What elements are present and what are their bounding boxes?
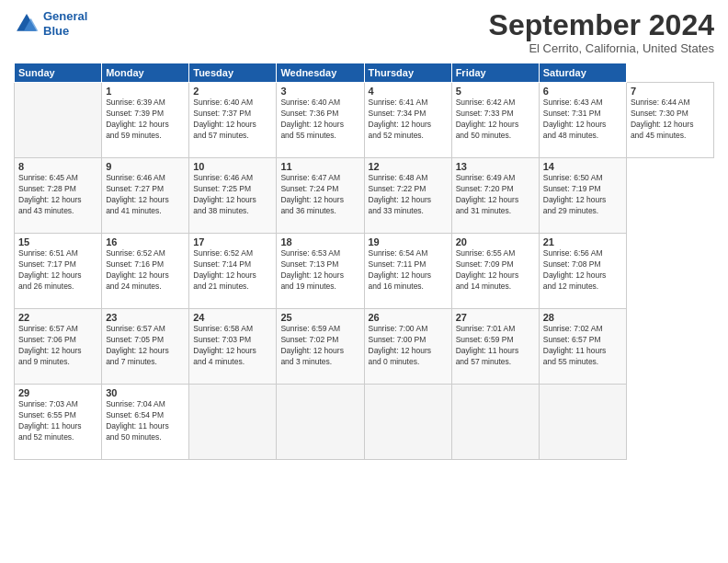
calendar-day-cell: 18Sunrise: 6:53 AM Sunset: 7:13 PM Dayli…	[277, 234, 364, 309]
day-number: 28	[543, 312, 622, 323]
day-info: Sunrise: 6:51 AM Sunset: 7:17 PM Dayligh…	[18, 248, 97, 293]
day-info: Sunrise: 6:42 AM Sunset: 7:33 PM Dayligh…	[456, 98, 535, 142]
calendar-day-cell: 25Sunrise: 6:59 AM Sunset: 7:02 PM Dayli…	[277, 309, 364, 385]
day-number: 20	[456, 236, 535, 247]
calendar-day-cell: 17Sunrise: 6:52 AM Sunset: 7:14 PM Dayli…	[189, 234, 277, 309]
day-number: 10	[193, 161, 272, 172]
calendar-day-cell: 22Sunrise: 6:57 AM Sunset: 7:06 PM Dayli…	[15, 309, 102, 385]
calendar-week-row: 8Sunrise: 6:45 AM Sunset: 7:28 PM Daylig…	[15, 158, 714, 234]
day-number: 23	[106, 312, 185, 323]
calendar-day-cell: 2Sunrise: 6:40 AM Sunset: 7:37 PM Daylig…	[189, 83, 277, 158]
calendar-week-row: 15Sunrise: 6:51 AM Sunset: 7:17 PM Dayli…	[15, 234, 714, 309]
calendar-header-saturday: Saturday	[539, 63, 626, 83]
logo-line1: General	[43, 9, 87, 23]
calendar-header-row: SundayMondayTuesdayWednesdayThursdayFrid…	[15, 63, 714, 83]
day-number: 7	[631, 86, 710, 97]
day-info: Sunrise: 6:52 AM Sunset: 7:14 PM Dayligh…	[193, 248, 272, 293]
day-number: 30	[106, 387, 185, 398]
day-info: Sunrise: 6:55 AM Sunset: 7:09 PM Dayligh…	[456, 248, 535, 293]
day-number: 25	[280, 312, 359, 323]
calendar-week-row: 22Sunrise: 6:57 AM Sunset: 7:06 PM Dayli…	[15, 309, 714, 385]
calendar-header-sunday: Sunday	[15, 63, 102, 83]
day-info: Sunrise: 6:40 AM Sunset: 7:37 PM Dayligh…	[193, 98, 272, 142]
calendar-day-cell: 21Sunrise: 6:56 AM Sunset: 7:08 PM Dayli…	[539, 234, 626, 309]
day-info: Sunrise: 6:46 AM Sunset: 7:25 PM Dayligh…	[193, 173, 272, 217]
day-info: Sunrise: 6:48 AM Sunset: 7:22 PM Dayligh…	[369, 173, 448, 217]
calendar-empty-cell	[15, 83, 102, 158]
day-info: Sunrise: 7:04 AM Sunset: 6:54 PM Dayligh…	[106, 399, 185, 443]
day-number: 29	[18, 387, 97, 398]
calendar-day-cell: 29Sunrise: 7:03 AM Sunset: 6:55 PM Dayli…	[15, 385, 102, 460]
calendar-day-cell: 1Sunrise: 6:39 AM Sunset: 7:39 PM Daylig…	[102, 83, 189, 158]
header: General Blue September 2024 El Cerrito, …	[14, 9, 714, 55]
day-number: 13	[456, 161, 535, 172]
calendar-day-cell: 12Sunrise: 6:48 AM Sunset: 7:22 PM Dayli…	[364, 158, 451, 234]
day-info: Sunrise: 6:53 AM Sunset: 7:13 PM Dayligh…	[280, 248, 359, 293]
calendar-header-friday: Friday	[451, 63, 539, 83]
day-info: Sunrise: 7:02 AM Sunset: 6:57 PM Dayligh…	[543, 324, 622, 368]
calendar-day-cell: 23Sunrise: 6:57 AM Sunset: 7:05 PM Dayli…	[102, 309, 189, 385]
calendar-day-cell: 11Sunrise: 6:47 AM Sunset: 7:24 PM Dayli…	[277, 158, 364, 234]
calendar-day-cell: 26Sunrise: 7:00 AM Sunset: 7:00 PM Dayli…	[364, 309, 451, 385]
day-info: Sunrise: 6:52 AM Sunset: 7:16 PM Dayligh…	[106, 248, 185, 293]
day-number: 22	[18, 312, 97, 323]
day-number: 11	[280, 161, 359, 172]
day-info: Sunrise: 6:45 AM Sunset: 7:28 PM Dayligh…	[18, 173, 97, 217]
title-area: September 2024 El Cerrito, California, U…	[489, 9, 714, 55]
day-number: 27	[456, 312, 535, 323]
day-number: 12	[369, 161, 448, 172]
day-number: 6	[543, 86, 622, 97]
day-info: Sunrise: 6:40 AM Sunset: 7:36 PM Dayligh…	[280, 98, 359, 142]
logo-line2: Blue	[43, 24, 69, 38]
day-info: Sunrise: 7:00 AM Sunset: 7:00 PM Dayligh…	[369, 324, 448, 368]
calendar-day-cell: 4Sunrise: 6:41 AM Sunset: 7:34 PM Daylig…	[364, 83, 451, 158]
day-info: Sunrise: 6:58 AM Sunset: 7:03 PM Dayligh…	[193, 324, 272, 368]
calendar-day-cell: 5Sunrise: 6:42 AM Sunset: 7:33 PM Daylig…	[451, 83, 539, 158]
day-number: 3	[280, 86, 359, 97]
calendar-day-cell	[189, 385, 277, 460]
day-number: 21	[543, 236, 622, 247]
day-number: 15	[18, 236, 97, 247]
day-number: 1	[106, 86, 185, 97]
calendar: SundayMondayTuesdayWednesdayThursdayFrid…	[14, 63, 714, 460]
day-number: 16	[106, 236, 185, 247]
day-info: Sunrise: 6:43 AM Sunset: 7:31 PM Dayligh…	[543, 98, 622, 142]
calendar-week-row: 1Sunrise: 6:39 AM Sunset: 7:39 PM Daylig…	[15, 83, 714, 158]
calendar-day-cell	[364, 385, 451, 460]
page: General Blue September 2024 El Cerrito, …	[0, 0, 728, 563]
day-info: Sunrise: 6:54 AM Sunset: 7:11 PM Dayligh…	[369, 248, 448, 293]
calendar-day-cell: 3Sunrise: 6:40 AM Sunset: 7:36 PM Daylig…	[277, 83, 364, 158]
location: El Cerrito, California, United States	[489, 41, 714, 55]
month-title: September 2024	[489, 9, 714, 41]
day-number: 14	[543, 161, 622, 172]
day-info: Sunrise: 7:01 AM Sunset: 6:59 PM Dayligh…	[456, 324, 535, 368]
day-info: Sunrise: 6:46 AM Sunset: 7:27 PM Dayligh…	[106, 173, 185, 217]
calendar-day-cell	[539, 385, 626, 460]
calendar-day-cell: 13Sunrise: 6:49 AM Sunset: 7:20 PM Dayli…	[451, 158, 539, 234]
day-number: 8	[18, 161, 97, 172]
logo-icon	[14, 11, 40, 37]
calendar-day-cell: 15Sunrise: 6:51 AM Sunset: 7:17 PM Dayli…	[15, 234, 102, 309]
day-number: 19	[369, 236, 448, 247]
day-info: Sunrise: 6:57 AM Sunset: 7:05 PM Dayligh…	[106, 324, 185, 368]
day-info: Sunrise: 6:50 AM Sunset: 7:19 PM Dayligh…	[543, 173, 622, 217]
day-info: Sunrise: 6:56 AM Sunset: 7:08 PM Dayligh…	[543, 248, 622, 293]
calendar-day-cell: 8Sunrise: 6:45 AM Sunset: 7:28 PM Daylig…	[15, 158, 102, 234]
day-info: Sunrise: 6:49 AM Sunset: 7:20 PM Dayligh…	[456, 173, 535, 217]
calendar-day-cell	[277, 385, 364, 460]
calendar-day-cell: 9Sunrise: 6:46 AM Sunset: 7:27 PM Daylig…	[102, 158, 189, 234]
day-number: 2	[193, 86, 272, 97]
calendar-day-cell: 6Sunrise: 6:43 AM Sunset: 7:31 PM Daylig…	[539, 83, 626, 158]
calendar-header-tuesday: Tuesday	[189, 63, 277, 83]
calendar-day-cell: 14Sunrise: 6:50 AM Sunset: 7:19 PM Dayli…	[539, 158, 626, 234]
day-info: Sunrise: 6:57 AM Sunset: 7:06 PM Dayligh…	[18, 324, 97, 368]
day-number: 26	[369, 312, 448, 323]
calendar-header-wednesday: Wednesday	[277, 63, 364, 83]
calendar-header-monday: Monday	[102, 63, 189, 83]
logo: General Blue	[14, 9, 87, 38]
calendar-day-cell: 10Sunrise: 6:46 AM Sunset: 7:25 PM Dayli…	[189, 158, 277, 234]
day-number: 4	[369, 86, 448, 97]
calendar-day-cell: 7Sunrise: 6:44 AM Sunset: 7:30 PM Daylig…	[626, 83, 713, 158]
day-number: 9	[106, 161, 185, 172]
day-number: 18	[280, 236, 359, 247]
